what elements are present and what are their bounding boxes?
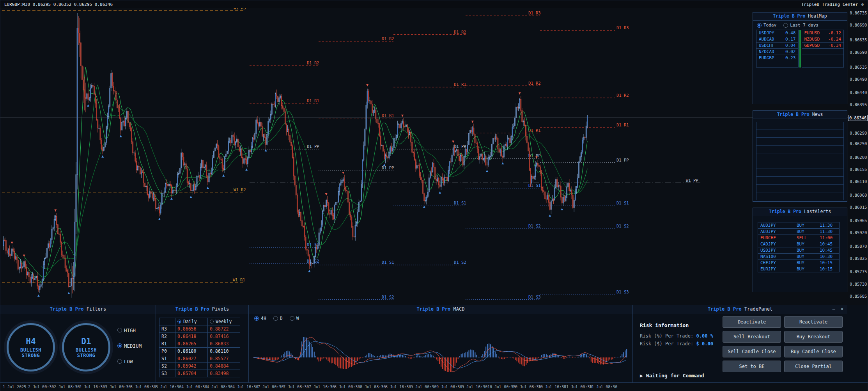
svg-text:D1 R3: D1 R3	[616, 25, 629, 30]
alert-time: 11:30	[817, 222, 840, 229]
radio-selected-icon	[117, 343, 122, 348]
svg-text:D1 S2: D1 S2	[616, 224, 629, 228]
sell-candle-close-button[interactable]: Sell Candle Close	[723, 346, 781, 357]
radio-selected-icon	[177, 320, 181, 323]
svg-text:W1 R3: W1 R3	[234, 8, 246, 10]
filter-level-high[interactable]: HIGH	[117, 325, 142, 335]
titlebar: EURGBP;M30 0.86295 0.86352 0.86295 0.863…	[0, 0, 868, 8]
time-axis-label: 9 Jul 00:30	[411, 385, 436, 389]
pivot-row: R30.866560.88722	[159, 325, 240, 333]
svg-text:D1 S1: D1 S1	[382, 260, 394, 265]
pivots-title: Pivots	[212, 306, 229, 312]
heatmap-cell: USDJPY0.48	[756, 30, 799, 36]
radio-icon	[273, 316, 278, 321]
news-panel: Triple B Pro News	[753, 110, 847, 202]
radio-selected-icon	[757, 23, 762, 28]
time-axis-label: 2 Jul 16:30	[79, 385, 105, 389]
pivot-row: R20.864180.87416	[159, 333, 240, 340]
time-axis-label: 10 Jul 08:30	[513, 385, 541, 389]
svg-text:D1 PP: D1 PP	[528, 153, 541, 158]
svg-text:D1 R2: D1 R2	[307, 60, 319, 65]
moving-averages-layer	[12, 67, 588, 283]
alert-row: CADJPYBUY10:45	[758, 241, 842, 247]
svg-text:W1 R2: W1 R2	[234, 187, 246, 192]
time-axis-label: 2 Jul 08:30	[54, 385, 80, 389]
buy-breakout-button[interactable]: Buy Breakout	[784, 331, 843, 343]
gauge-timeframe: H4	[26, 337, 35, 346]
time-axis-label: 8 Jul 16:30	[385, 385, 411, 389]
alert-time: 10:15	[817, 266, 840, 272]
main-area: W1 R3W1 R2W1 R1W1 PPD1 R2D1 R1D1 PPD1 S1…	[0, 8, 868, 305]
heatmap-cell: USDCHF0.04	[756, 42, 799, 49]
alert-time: 10:45	[817, 241, 840, 247]
set-to-be-button[interactable]: Set to BE	[723, 361, 781, 372]
alert-time: 11:30	[817, 228, 840, 235]
time-axis-label: 7 Jul 00:30	[258, 385, 283, 389]
heatmap-period-last7days[interactable]: Last 7 days	[783, 23, 818, 28]
heatmap-cell: GBPUSD-0.34	[802, 42, 844, 49]
svg-text:D1 S3: D1 S3	[616, 290, 629, 294]
alert-pair: CHFJPY	[758, 259, 794, 266]
alert-action: BUY	[794, 241, 817, 247]
alert-time: 10:45	[817, 247, 840, 254]
svg-text:D1 R1: D1 R1	[307, 98, 319, 103]
macd-header: Triple B Pro MACD	[249, 305, 632, 314]
close-partial-button[interactable]: Close Partial	[784, 361, 843, 372]
heatmap-pair: EURUSD	[804, 30, 820, 36]
price-axis-label: 0.86395	[850, 102, 867, 107]
gauge-direction: BULLISH	[76, 347, 97, 353]
reactivate-button[interactable]: Reactivate	[784, 316, 843, 328]
gauge-d1-trend: D1 BULLISH STRONG	[62, 323, 110, 371]
tradepanel-header: Triple B Pro TradePanel — ×	[633, 305, 847, 314]
minimize-icon[interactable]: —	[833, 305, 835, 313]
svg-text:D1 S2: D1 S2	[382, 295, 394, 299]
heatmap-pair: GBPUSD	[804, 43, 820, 48]
macd-chart	[253, 322, 628, 380]
risk-percent-line: Risk (%) Per Trade: 0.00 %	[640, 333, 713, 339]
deactivate-button[interactable]: Deactivate	[723, 316, 781, 328]
price-axis-label: 0.86015	[850, 205, 867, 210]
pivot-col-weekly[interactable]: Weekly	[208, 318, 240, 325]
news-title: News	[812, 112, 823, 117]
heatmap-period-today[interactable]: Today	[757, 23, 776, 28]
macd-tf-4h[interactable]: 4H	[254, 316, 266, 321]
svg-text:D1 S2: D1 S2	[454, 260, 466, 265]
news-row	[756, 122, 844, 130]
heatmap-table: USDJPY0.48AUDCAD0.17USDCHF0.04NZDCAD0.02…	[753, 29, 847, 68]
alert-row: AUDJPYBUY11:30	[758, 228, 842, 235]
price-axis-label: 0.86490	[850, 77, 867, 82]
settings-icon[interactable]: ⚙	[861, 2, 864, 7]
svg-text:D1 PP: D1 PP	[307, 144, 319, 149]
svg-text:D1 S1: D1 S1	[616, 201, 629, 205]
chart-symbol-ohlc: EURGBP;M30 0.86295 0.86352 0.86295 0.863…	[4, 2, 113, 7]
alert-action: SELL	[794, 235, 817, 241]
alert-pair: EURCHF	[758, 235, 794, 241]
time-axis-label: 11 Jul 08:30	[589, 385, 617, 389]
price-axis-label: 0.85685	[850, 294, 867, 299]
macd-tf-d[interactable]: D	[273, 316, 283, 321]
filter-level-medium[interactable]: MEDIUM	[117, 341, 142, 350]
price-scale[interactable]: 0.86346 0.867350.866900.866350.865900.86…	[848, 8, 868, 305]
alert-time: 11:00	[817, 235, 840, 241]
alert-row: CHFJPYBUY10:15	[758, 259, 842, 266]
chart-area[interactable]: W1 R3W1 R2W1 R1W1 PPD1 R2D1 R1D1 PPD1 S1…	[0, 8, 848, 305]
heatmap-pair: AUDCAD	[759, 36, 774, 42]
status-message: ▶Waiting for Command	[640, 373, 704, 379]
svg-text:D1 S1: D1 S1	[454, 201, 466, 205]
buy-candle-close-button[interactable]: Buy Candle Close	[784, 346, 843, 357]
svg-text:W1 PP: W1 PP	[686, 178, 698, 183]
sell-breakout-button[interactable]: Sell Breakout	[723, 331, 781, 343]
svg-text:D1 S2: D1 S2	[528, 224, 541, 228]
gauge-strength: STRONG	[77, 353, 95, 358]
price-axis-label: 0.86290	[850, 131, 867, 135]
pivot-col-daily[interactable]: Daily	[175, 318, 208, 325]
close-icon[interactable]: ×	[841, 305, 843, 313]
brand-label: Triple B Pro	[708, 306, 742, 312]
filter-level-low[interactable]: LOW	[117, 357, 142, 366]
pivot-lines-layer: W1 R3W1 R2W1 R1W1 PPD1 R2D1 R1D1 PPD1 S1…	[2, 8, 700, 300]
alert-time: 10:15	[817, 259, 840, 266]
time-axis-label: 2 Jul 00:30	[28, 385, 54, 389]
macd-tf-w[interactable]: W	[290, 316, 299, 321]
heatmap-positive-column: USDJPY0.48AUDCAD0.17USDCHF0.04NZDCAD0.02…	[756, 30, 799, 68]
time-axis-label: 10 Jul 16:30	[538, 385, 566, 389]
